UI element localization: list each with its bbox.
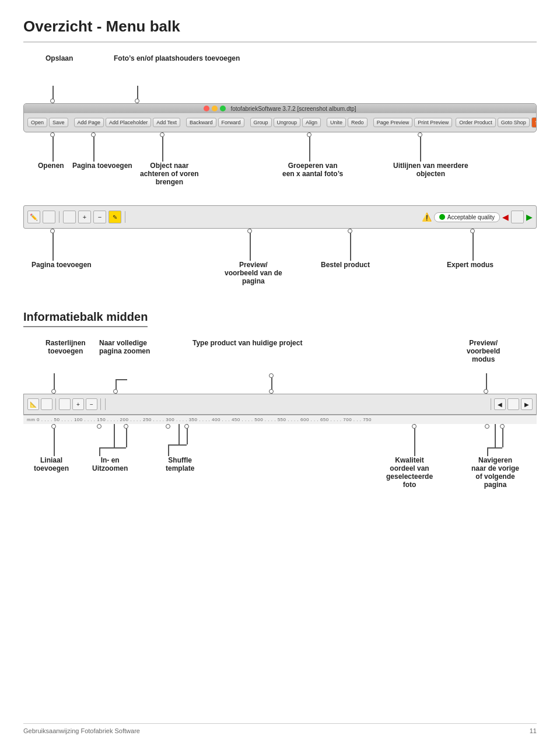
toolbar-buttons: Open Save Add Page Add Placeholder Add T… [24, 113, 536, 132]
btn-group[interactable]: Group [250, 118, 272, 127]
magnify2-icon [508, 398, 519, 410]
label-type-product: Type product van huidige project [192, 339, 302, 347]
label-rasterlijnen: Rasterlijnen toevoegen [46, 339, 86, 355]
label-liniaal: Liniaal toevoegen [34, 456, 69, 472]
btn-align[interactable]: Align [302, 118, 321, 127]
toolbar-2: ✏️ + − ✎ ⚠️ Acceptable quality ◀ ▶ [23, 205, 537, 229]
footer-left: Gebruiksaanwijzing Fotofabriek Software [23, 727, 140, 734]
toolbar-titlebar: fotofabriekSoftware 3.7.2 [screenshot al… [24, 104, 536, 113]
warning-icon: ⚠️ [422, 212, 432, 222]
btn-forward[interactable]: Forward [218, 118, 244, 127]
label-bestel-product: Bestel product [321, 261, 370, 269]
tl-red [204, 106, 209, 111]
sep-t2-2 [125, 211, 125, 223]
fwd2-icon: ▶ [521, 398, 533, 410]
minus-icon: − [93, 211, 106, 223]
back-arrow-icon: ◀ [502, 212, 509, 222]
sep-ib-1 [55, 398, 56, 410]
grid-icon [63, 211, 76, 223]
label-fotos-toevoegen: Foto’s en/of plaatshouders toevoegen [114, 54, 240, 62]
edit-icon: ✎ [108, 211, 121, 223]
btn-add-text[interactable]: Add Text [153, 118, 180, 127]
label-expert-modus: Expert modus [447, 261, 494, 269]
infobar-sim: 📐 + − ◀ ▶ [23, 394, 537, 415]
toolbar2-area: ✏️ + − ✎ ⚠️ Acceptable quality ◀ ▶ [23, 205, 537, 299]
minus2-icon: − [86, 398, 97, 410]
btn-ungroup[interactable]: Ungroup [274, 118, 301, 127]
label-preview: Preview/ voorbeeld van de pagina [225, 261, 282, 285]
btn-backward[interactable]: Backward [186, 118, 216, 127]
doc-icon [43, 211, 55, 223]
page-icon [41, 398, 52, 410]
label-object-naar: Object naar achteren of voren brengen [140, 162, 199, 186]
label-preview-modus: Preview/ voorbeeld modus [467, 339, 500, 363]
back2-icon: ◀ [494, 398, 506, 410]
btn-expert-mode[interactable]: ff [531, 117, 537, 128]
ruler-icon: 📐 [27, 398, 39, 410]
page-title: Overzicht - Menu balk [23, 17, 537, 43]
forward-arrow-icon: ▶ [526, 212, 533, 222]
label-groeperen: Groeperen van een x aantal foto’s [282, 162, 343, 178]
quality-indicator: Acceptable quality [434, 212, 500, 222]
magnify-icon [511, 211, 524, 223]
btn-open[interactable]: Open [27, 118, 47, 127]
quality-dot [439, 214, 445, 220]
btn-add-placeholder[interactable]: Add Placeholder [106, 118, 151, 127]
pencil-icon: ✏️ [27, 211, 40, 223]
tl-yellow [212, 106, 218, 111]
btn-goto-shop[interactable]: Goto Shop [498, 118, 530, 127]
ruler-text: mm 0 . . . . 50 . . . . 100 . . . . 150 … [27, 417, 372, 422]
label-kwaliteit: Kwaliteit oordeel van geselecteerde foto [386, 456, 433, 489]
grid2-icon [59, 398, 71, 410]
section-infobar: Informatiebalk midden Rasterlijnen toevo… [23, 310, 537, 503]
btn-unite[interactable]: Unite [327, 118, 346, 127]
btn-page-preview[interactable]: Page Preview [373, 118, 413, 127]
sep-t2-1 [59, 211, 60, 223]
section2-title: Informatiebalk midden [23, 310, 148, 327]
label-volledige-pagina: Naar volledige pagina zoomen [99, 339, 150, 355]
label-uitlijnen: Uitlijnen van meerdere objecten [393, 162, 468, 178]
btn-save[interactable]: Save [49, 118, 68, 127]
btn-add-page[interactable]: Add Page [74, 118, 104, 127]
quality-text: Acceptable quality [447, 214, 495, 220]
label-shuffle: Shuffle template [166, 456, 194, 472]
page-footer: Gebruiksaanwijzing Fotofabriek Software … [23, 723, 537, 734]
label-in-uitzoomen: In- en Uitzoomen [92, 456, 128, 472]
label-pagina-toevoegen: Pagina toevoegen [72, 162, 132, 170]
plus2-icon: + [72, 398, 84, 410]
label-navigeren: Navigeren naar de vorige of volgende pag… [471, 456, 519, 489]
btn-print-preview[interactable]: Print Preview [414, 118, 452, 127]
label-openen: Openen [38, 162, 64, 170]
label-opslaan: Opslaan [46, 54, 73, 62]
section-menubalk: Opslaan Foto’s en/of plaatshouders toevo… [23, 54, 537, 194]
footer-page-number: 11 [530, 727, 537, 734]
btn-order-product[interactable]: Order Product [456, 118, 496, 127]
plus-icon: + [78, 211, 91, 223]
sep-ib-3 [105, 398, 106, 410]
sep-ib-4 [491, 398, 491, 410]
label-pagina-toevoegen2: Pagina toevoegen [32, 261, 92, 269]
toolbar-1: fotofabriekSoftware 3.7.2 [screenshot al… [23, 103, 537, 132]
sep-ib-2 [100, 398, 101, 410]
ruler-bar: mm 0 . . . . 50 . . . . 100 . . . . 150 … [23, 415, 537, 424]
btn-redo[interactable]: Redo [348, 118, 368, 127]
tl-green [220, 106, 226, 111]
toolbar-title: fotofabriekSoftware 3.7.2 [screenshot al… [230, 106, 356, 112]
